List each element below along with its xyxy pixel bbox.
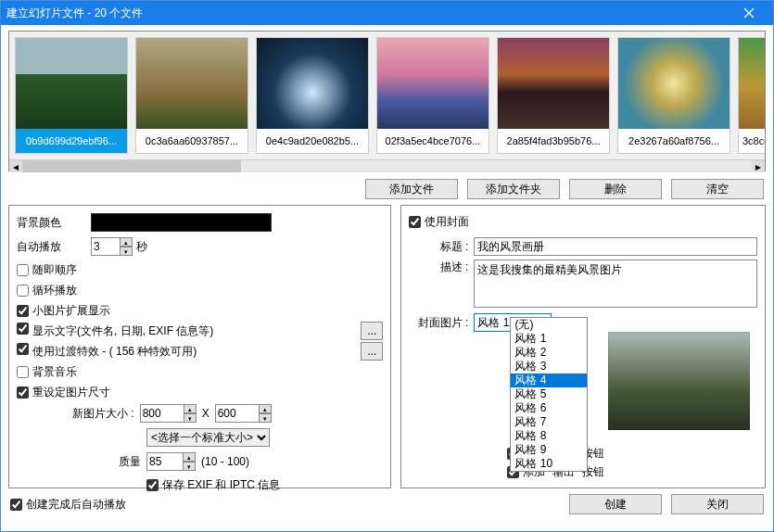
thumbnail-image xyxy=(257,38,368,129)
thumbnail-item[interactable]: 02f3a5ec4bce7076... xyxy=(376,37,489,154)
thumbnail-image xyxy=(16,38,127,129)
shuffle-label: 随即顺序 xyxy=(32,262,77,278)
loop-checkbox[interactable] xyxy=(17,285,29,297)
thumb-expand-checkbox[interactable] xyxy=(17,305,29,317)
cover-preview xyxy=(603,326,755,436)
add-folder-button[interactable]: 添加文件夹 xyxy=(467,179,560,199)
shuffle-checkbox[interactable] xyxy=(17,264,29,276)
seconds-label: 秒 xyxy=(136,239,147,255)
transition-label: 使用过渡特效 - ( 156 种特效可用) xyxy=(32,345,197,358)
height-down-icon[interactable]: ▾ xyxy=(259,413,272,423)
dropdown-option[interactable]: 风格 4 xyxy=(511,374,587,387)
dropdown-option[interactable]: 风格 6 xyxy=(511,401,587,415)
dropdown-option[interactable]: (无) xyxy=(511,318,587,332)
use-cover-checkbox[interactable] xyxy=(409,216,421,228)
width-input[interactable] xyxy=(140,404,184,423)
autoplay-label: 自动播放 xyxy=(17,239,91,255)
thumbnail-label: 3c8ccdf30 xyxy=(739,129,765,153)
spin-down-icon[interactable]: ▾ xyxy=(120,247,133,256)
add-file-button[interactable]: 添加文件 xyxy=(365,179,458,199)
dropdown-option[interactable]: 风格 8 xyxy=(511,429,587,443)
settings-panel: 背景颜色 自动播放 ▴ ▾ 秒 随即顺序 循环播放 小图片扩展显示 显示文字(文… xyxy=(8,205,391,488)
width-up-icon[interactable]: ▴ xyxy=(184,404,197,413)
thumbnail-label: 02f3a5ec4bce7076... xyxy=(377,129,489,153)
dropdown-option[interactable]: 风格 9 xyxy=(511,443,587,457)
thumbnail-item[interactable]: 2a85f4fad3b95b76... xyxy=(497,37,610,154)
create-button[interactable]: 创建 xyxy=(569,494,662,514)
desc-textarea[interactable] xyxy=(474,260,757,308)
thumbnail-panel: 0b9d699d29ebf96...0c3a6aa60937857...0e4c… xyxy=(8,31,766,171)
bg-music-label: 背景音乐 xyxy=(32,364,77,380)
standard-size-select[interactable]: <选择一个标准大小> xyxy=(146,428,270,447)
thumbnail-item[interactable]: 2e3267a60af8756... xyxy=(617,37,730,154)
transition-checkbox[interactable] xyxy=(17,343,29,355)
scroll-grip[interactable] xyxy=(22,160,241,172)
width-down-icon[interactable]: ▾ xyxy=(184,413,197,423)
cover-style-dropdown-list[interactable]: (无)风格 1风格 2风格 3风格 4风格 5风格 6风格 7风格 8风格 9风… xyxy=(510,317,588,472)
cover-style-label: 封面图片 : xyxy=(409,315,474,331)
loop-label: 循环播放 xyxy=(32,283,77,298)
quality-input[interactable] xyxy=(146,452,184,471)
scroll-left-icon[interactable]: ◂ xyxy=(9,160,22,172)
thumb-expand-label: 小图片扩展显示 xyxy=(32,303,110,319)
thumbnail-image xyxy=(498,38,609,129)
dropdown-option[interactable]: 风格 3 xyxy=(511,360,587,374)
bg-color-label: 背景颜色 xyxy=(17,215,91,231)
save-exif-checkbox[interactable] xyxy=(146,479,159,491)
quality-range-label: (10 - 100) xyxy=(201,455,249,468)
show-text-label: 显示文字(文件名, 日期, EXIF 信息等) xyxy=(32,324,213,337)
autoplay-seconds-input[interactable] xyxy=(91,237,121,256)
use-cover-label: 使用封面 xyxy=(425,214,469,230)
clear-button[interactable]: 清空 xyxy=(671,179,764,199)
dropdown-option[interactable]: 风格 5 xyxy=(511,387,587,401)
title-field-label: 标题 : xyxy=(409,239,474,255)
bg-color-swatch[interactable] xyxy=(91,213,272,232)
spin-up-icon[interactable]: ▴ xyxy=(120,237,133,247)
thumbnail-item[interactable]: 0e4c9ad20e082b5... xyxy=(256,37,369,154)
quality-up-icon[interactable]: ▴ xyxy=(183,452,196,462)
height-up-icon[interactable]: ▴ xyxy=(259,404,272,413)
dropdown-option[interactable]: 风格 2 xyxy=(511,346,587,360)
thumbnail-label: 0e4c9ad20e082b5... xyxy=(257,129,368,153)
dropdown-option[interactable]: 风格 1 xyxy=(511,332,587,346)
dropdown-option[interactable]: 风格 10 xyxy=(511,457,587,471)
quality-label: 质量 xyxy=(119,454,141,470)
titlebar: 建立幻灯片文件 - 20 个文件 xyxy=(1,1,773,25)
thumbnail-item[interactable]: 0c3a6aa60937857... xyxy=(135,37,248,154)
cover-panel: 使用封面 标题 : 描述 : 封面图片 : 风格 10 ▾ (无)风格 1风格 … xyxy=(400,205,766,488)
show-text-options-button[interactable]: ... xyxy=(361,322,383,340)
thumbnail-image xyxy=(377,38,489,129)
window-title: 建立幻灯片文件 - 20 个文件 xyxy=(6,6,143,21)
thumbnail-image xyxy=(136,38,247,129)
height-input[interactable] xyxy=(215,404,260,423)
thumbnail-label: 0b9d699d29ebf96... xyxy=(16,129,127,153)
file-toolbar: 添加文件 添加文件夹 删除 清空 xyxy=(1,171,773,205)
save-exif-label: 保存 EXIF 和 IPTC 信息 xyxy=(162,477,280,493)
thumbnail-strip: 0b9d699d29ebf96...0c3a6aa60937857...0e4c… xyxy=(9,32,765,159)
thumbnail-image xyxy=(739,38,765,129)
thumbnail-label: 2e3267a60af8756... xyxy=(618,129,730,153)
close-button[interactable]: 关闭 xyxy=(671,494,764,514)
scroll-right-icon[interactable]: ▸ xyxy=(752,160,765,172)
delete-button[interactable]: 删除 xyxy=(569,179,662,199)
new-size-label: 新图片大小 : xyxy=(72,406,134,422)
thumbnail-label: 0c3a6aa60937857... xyxy=(136,129,247,153)
thumbnail-image xyxy=(618,38,730,129)
autoplay-after-label: 创建完成后自动播放 xyxy=(26,497,126,513)
dropdown-option[interactable]: 风格 7 xyxy=(511,415,587,429)
size-x-label: X xyxy=(202,407,209,420)
title-input[interactable] xyxy=(474,237,757,256)
thumbnail-item[interactable]: 3c8ccdf30 xyxy=(738,37,765,154)
quality-down-icon[interactable]: ▾ xyxy=(183,462,196,471)
autoplay-after-checkbox[interactable] xyxy=(10,499,22,511)
thumbnail-scrollbar[interactable]: ◂ ▸ xyxy=(9,159,765,172)
show-text-checkbox[interactable] xyxy=(17,323,29,335)
transition-options-button[interactable]: ... xyxy=(361,342,383,361)
close-icon[interactable] xyxy=(730,1,768,25)
bg-music-checkbox[interactable] xyxy=(17,366,29,378)
thumbnail-label: 2a85f4fad3b95b76... xyxy=(498,129,609,153)
resize-checkbox[interactable] xyxy=(17,386,29,399)
resize-label: 重设定图片尺寸 xyxy=(32,385,110,400)
thumbnail-item[interactable]: 0b9d699d29ebf96... xyxy=(15,37,128,154)
desc-field-label: 描述 : xyxy=(409,260,474,275)
